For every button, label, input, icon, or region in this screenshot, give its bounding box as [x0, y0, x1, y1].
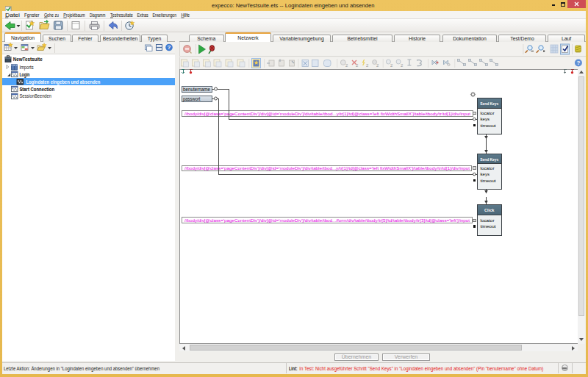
svg-text:Imports: Imports: [19, 65, 34, 71]
svg-text:keys: keys: [481, 172, 490, 176]
svg-text:Diagramm: Diagramm: [90, 12, 106, 18]
svg-text:SessionBeenden: SessionBeenden: [19, 93, 51, 98]
svg-text:?: ?: [576, 60, 580, 66]
svg-text://body/div[@class='pageContent: //body/div[@class='pageContentDiv']/div[…: [184, 112, 470, 116]
svg-text:Projektbaum: Projektbaum: [63, 12, 85, 18]
svg-text:2: 2: [376, 63, 379, 68]
svg-text:Hilfe: Hilfe: [181, 12, 190, 18]
svg-text:2: 2: [345, 63, 348, 68]
svg-text:Letzte Aktion: Änderungen in ": Letzte Aktion: Änderungen in "Logindaten…: [4, 366, 159, 372]
svg-text:Fenster: Fenster: [24, 12, 40, 18]
svg-text:Login: Login: [19, 72, 29, 78]
svg-text:In Test: Nicht ausgeführter Sc: In Test: Nicht ausgeführter Schritt "Sen…: [299, 366, 543, 372]
svg-text:timeout: timeout: [481, 179, 496, 183]
svg-text:Logindaten eingeben und absend: Logindaten eingeben und absenden: [26, 79, 100, 85]
svg-text:locator: locator: [481, 166, 495, 170]
svg-text:locator: locator: [481, 218, 495, 223]
svg-text://body/div[@class='pageContent: //body/div[@class='pageContentDiv']/div[…: [184, 218, 470, 223]
svg-text:Testresultate: Testresultate: [110, 12, 133, 18]
svg-text:2: 2: [390, 63, 393, 68]
svg-text:NewTestsuite: NewTestsuite: [13, 57, 43, 62]
svg-text:Datei: Datei: [5, 12, 21, 18]
svg-text:?: ?: [168, 44, 171, 51]
svg-text:Start Connection: Start Connection: [19, 87, 54, 92]
svg-text:timeout: timeout: [481, 224, 496, 229]
svg-text://body/div[@class='pageContent: //body/div[@class='pageContentDiv']/div[…: [184, 166, 470, 170]
svg-text:2: 2: [401, 63, 404, 68]
svg-text:Send Keys: Send Keys: [480, 157, 498, 162]
svg-text:timeout: timeout: [481, 123, 496, 128]
svg-text:2: 2: [366, 63, 369, 68]
svg-text:Erweiterungen: Erweiterungen: [152, 12, 176, 18]
svg-text:Click: Click: [484, 207, 495, 212]
svg-text:locator: locator: [481, 111, 495, 115]
svg-text:Lint:: Lint:: [289, 366, 298, 371]
svg-text:Send Keys: Send Keys: [480, 101, 498, 106]
svg-text:keys: keys: [481, 117, 490, 121]
svg-text:Extras: Extras: [137, 12, 148, 18]
svg-text:expecco: NewTestsuite.ets -- L: expecco: NewTestsuite.ets -- Logindaten …: [212, 2, 375, 9]
svg-text:passwort: passwort: [183, 96, 201, 102]
svg-text:Gehe zu: Gehe zu: [44, 12, 59, 18]
svg-text:benutername: benutername: [183, 87, 210, 92]
